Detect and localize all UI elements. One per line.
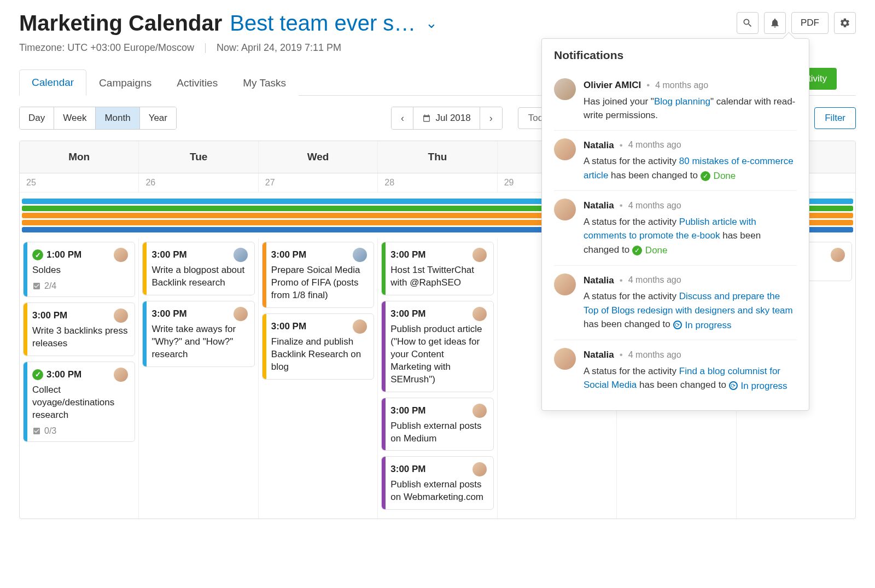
notifications-button[interactable] [764,12,786,34]
notif-text: Has joined your " [584,96,654,107]
notification-item[interactable]: Natalia • 4 months ago A status for the … [554,340,797,400]
divider [205,43,206,53]
prev-button[interactable]: ‹ [392,107,413,129]
view-week[interactable]: Week [54,107,96,129]
activity-card[interactable]: 3:00 PM Publish product article ("How to… [381,301,493,392]
team-selector[interactable]: Best team ever s… [230,11,416,36]
activity-card[interactable]: 3:00 PM Write a blogpost about Backlink … [142,242,254,295]
check-icon [32,249,43,260]
activity-card[interactable]: 3:00 PM Prepare Soical Media Promo of FI… [262,242,374,308]
activity-card[interactable]: 3:00 PM Publish external posts on Webmar… [381,456,493,510]
date-cell[interactable]: 27 [259,173,378,192]
view-toggle: Day Week Month Year [19,107,177,130]
next-button[interactable]: › [480,107,502,129]
view-day[interactable]: Day [20,107,54,129]
view-year[interactable]: Year [140,107,176,129]
card-title: Publish product article ("How to get ide… [390,323,486,386]
card-time: 3:00 PM [390,464,425,475]
tab-my-tasks[interactable]: My Tasks [230,70,299,96]
search-icon [742,18,753,28]
gear-icon [839,18,850,28]
day-head-thu: Thu [378,141,497,173]
avatar [353,319,367,334]
day-head-wed: Wed [259,141,378,173]
notif-link[interactable]: Blog planning [654,96,710,107]
activity-card[interactable]: 3:00 PM Write take aways for "Why?" and … [142,301,254,367]
tab-activities[interactable]: Activities [164,70,230,96]
card-time: 3:00 PM [390,405,425,416]
activity-card[interactable]: 3:00 PM Publish external posts on Medium [381,398,493,451]
card-time: 3:00 PM [390,308,425,319]
activity-card[interactable]: 3:00 PM Write 3 backlinks press releases [23,302,135,356]
card-title: Host 1st TwitterChat with @RaphSEO [390,264,486,289]
avatar [554,199,576,220]
date-cell[interactable]: 26 [139,173,258,192]
card-title: Publish external posts on Medium [390,420,486,445]
card-title: Collect voyage/destinations research [32,384,128,422]
status-in-progress: ⟳In progress [673,318,732,333]
tab-calendar[interactable]: Calendar [19,69,86,96]
card-time: 3:00 PM [390,249,425,260]
notif-user: Natalia [584,273,614,288]
avatar [234,307,248,321]
notif-text: has been changed to [637,380,728,390]
checklist-icon [32,427,41,435]
day-head-mon: Mon [20,141,139,173]
activity-card[interactable]: 3:00 PM Collect voyage/destinations rese… [23,362,135,442]
avatar [114,368,128,382]
card-title: Finalize and publish Backlink Research o… [271,336,367,374]
card-time: 3:00 PM [151,249,186,260]
view-month[interactable]: Month [96,107,139,129]
notif-user: Natalia [584,199,614,213]
date-display[interactable]: Jul 2018 [413,107,480,129]
avatar [114,248,128,262]
check-icon [32,369,43,380]
chevron-left-icon: ‹ [401,113,404,124]
search-button[interactable] [737,12,759,34]
notif-text: A status for the activity [584,366,679,376]
avatar [353,248,367,262]
timezone-label: Timezone: UTC +03:00 Europe/Moscow [19,42,194,54]
dot-separator: • [620,199,623,213]
card-title: Write 3 backlinks press releases [32,325,128,350]
activity-card[interactable]: 3:00 PM Host 1st TwitterChat with @RaphS… [381,242,493,295]
notification-item[interactable]: Natalia • 4 months ago A status for the … [554,266,797,341]
card-time: 3:00 PM [151,308,186,319]
avatar [554,273,576,295]
avatar [472,404,487,418]
pdf-button[interactable]: PDF [791,12,829,34]
chevron-down-icon[interactable]: ⌄ [425,15,438,32]
calendar-icon [422,114,431,123]
tab-campaigns[interactable]: Campaigns [86,70,164,96]
avatar [554,138,576,160]
notification-item[interactable]: Natalia • 4 months ago A status for the … [554,131,797,191]
filter-button[interactable]: Filter [814,107,856,129]
avatar [472,462,487,476]
status-done: ✓Done [701,169,736,183]
date-cell[interactable]: 28 [378,173,497,192]
notifications-title: Notifications [554,49,797,62]
calendar-column: 1:00 PM Soldes2/4 3:00 PM Write 3 backli… [20,238,139,519]
page-title: Marketing Calendar [19,11,222,36]
notif-time: 4 months ago [628,138,681,152]
notification-item[interactable]: Natalia • 4 months ago A status for the … [554,191,797,265]
notif-text: A status for the activity [584,291,679,301]
notification-item[interactable]: Olivier AMICI • 4 months ago Has joined … [554,71,797,131]
card-title: Soldes [32,264,128,277]
notif-text: A status for the activity [584,156,679,166]
notifications-panel: Notifications Olivier AMICI • 4 months a… [541,38,809,411]
activity-card[interactable]: 3:00 PM Finalize and publish Backlink Re… [262,313,374,380]
settings-button[interactable] [834,12,856,34]
calendar-column: 3:00 PM Prepare Soical Media Promo of FI… [259,238,378,519]
dot-separator: • [620,348,623,362]
card-time: 3:00 PM [32,310,67,321]
notif-text: has been changed to [608,170,700,181]
card-title: Prepare Soical Media Promo of FIFA (post… [271,264,367,302]
notif-text: has been changed to [584,319,673,329]
activity-card[interactable]: 1:00 PM Soldes2/4 [23,242,135,297]
card-subtasks: 2/4 [32,281,128,291]
dot-separator: • [620,138,623,153]
card-time: 3:00 PM [271,321,306,332]
date-cell[interactable]: 25 [20,173,139,192]
avatar [554,348,576,370]
